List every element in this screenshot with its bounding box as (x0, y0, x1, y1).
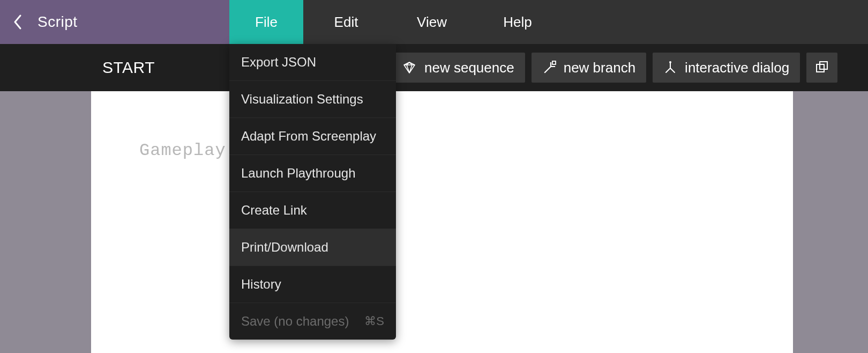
file-menu-item-label: Create Link (241, 203, 307, 218)
menu-help[interactable]: Help (475, 0, 560, 44)
file-menu-item-label: History (241, 277, 281, 292)
page-placeholder: Gameplay (139, 141, 226, 160)
file-menu-item-label: Save (no changes) (241, 314, 349, 329)
dialog-icon (663, 61, 677, 75)
file-menu-item[interactable]: Adapt From Screenplay (229, 118, 396, 155)
new-sequence-label: new sequence (424, 60, 514, 76)
menu-edit[interactable]: Edit (303, 0, 389, 44)
copy-button[interactable] (806, 53, 837, 83)
shortcut-label: ⌘S (364, 314, 384, 328)
file-menu-item: Save (no changes)⌘S (229, 303, 396, 340)
top-menu-bar: Script File Edit View Help (0, 0, 868, 44)
file-menu-item-label: Adapt From Screenplay (241, 129, 376, 144)
toolbar: START new sequence new branch interactiv… (0, 44, 868, 91)
svg-point-1 (669, 61, 671, 63)
diamond-icon (402, 61, 417, 74)
new-branch-button[interactable]: new branch (532, 53, 646, 83)
menu-file[interactable]: File (229, 0, 303, 44)
file-menu-item[interactable]: Launch Playthrough (229, 155, 396, 192)
tool-buttons: new sequence new branch interactive dial… (391, 53, 837, 83)
interactive-dialog-button[interactable]: interactive dialog (653, 53, 800, 83)
script-header: Script (0, 0, 229, 44)
page-canvas[interactable]: Gameplay (91, 91, 793, 353)
new-sequence-button[interactable]: new sequence (391, 53, 525, 83)
script-label: Script (38, 13, 78, 31)
branch-icon (542, 61, 556, 75)
copy-icon (815, 61, 829, 75)
svg-rect-0 (552, 61, 556, 64)
file-menu-item-label: Launch Playthrough (241, 166, 356, 181)
file-menu-item[interactable]: Print/Download (229, 229, 396, 266)
start-label: START (102, 58, 155, 77)
menu-view[interactable]: View (389, 0, 475, 44)
file-dropdown: Export JSONVisualization SettingsAdapt F… (229, 44, 396, 340)
file-menu-item[interactable]: Create Link (229, 192, 396, 229)
file-menu-item[interactable]: Export JSON (229, 44, 396, 81)
file-menu-item[interactable]: Visualization Settings (229, 81, 396, 118)
interactive-dialog-label: interactive dialog (685, 60, 789, 76)
file-menu-item-label: Visualization Settings (241, 92, 363, 107)
start-area: START (0, 58, 257, 77)
file-menu-item[interactable]: History (229, 266, 396, 303)
file-menu-item-label: Export JSON (241, 55, 316, 70)
back-icon[interactable] (13, 14, 23, 30)
new-branch-label: new branch (564, 60, 635, 76)
file-menu-item-label: Print/Download (241, 240, 328, 255)
